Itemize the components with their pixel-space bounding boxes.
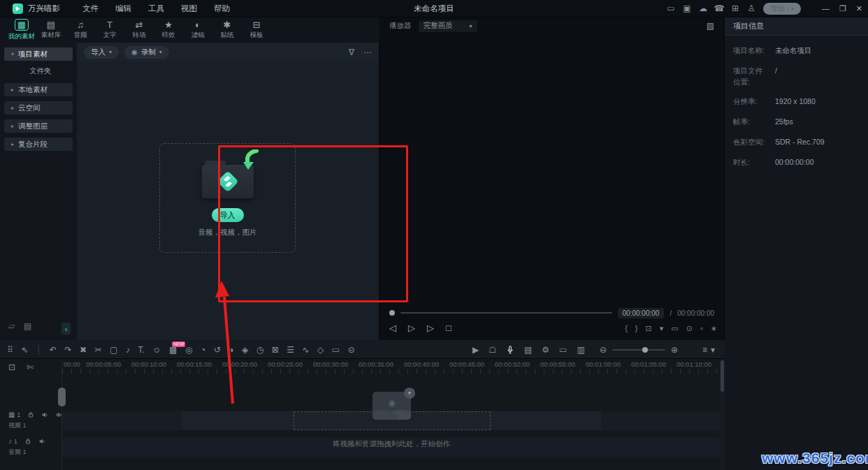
tab-贴纸[interactable]: ✱贴纸 xyxy=(212,17,242,43)
tab-素材库[interactable]: ▤素材库 xyxy=(36,17,66,43)
menubar-item[interactable]: 工具 xyxy=(143,2,170,15)
color-icon[interactable]: ◑ xyxy=(229,346,233,354)
account-icon[interactable]: ♙ xyxy=(746,4,756,13)
filter-icon[interactable]: ∇ xyxy=(349,48,354,57)
tab-音频[interactable]: ♫音频 xyxy=(66,17,95,43)
folder-add-icon[interactable]: ▤ xyxy=(24,322,31,330)
more-icon[interactable]: ⋯ xyxy=(363,48,372,57)
stop-icon[interactable]: □ xyxy=(446,323,451,332)
zoom-in-icon[interactable]: ⊕ xyxy=(671,346,678,354)
close-icon[interactable]: ✕ xyxy=(856,5,862,13)
sidebar-item-本地素材[interactable]: ▸本地素材 xyxy=(4,83,73,96)
tab-文字[interactable]: T文字 xyxy=(95,17,124,43)
select-cursor-icon[interactable]: ⇖ xyxy=(21,346,28,354)
track-resize-handle[interactable] xyxy=(58,388,66,406)
greenscreen-icon[interactable]: ⊝ xyxy=(348,346,355,354)
caret-down[interactable]: ▾ xyxy=(711,346,715,354)
undo-icon[interactable]: ↶ xyxy=(50,346,57,354)
tab-模板[interactable]: ⊟模板 xyxy=(242,17,271,43)
clip-group-icon[interactable]: ▤ xyxy=(524,346,532,354)
sidebar-item-调整图层[interactable]: ▸调整图层 xyxy=(4,119,73,133)
timer-icon[interactable]: ◷ xyxy=(256,346,263,354)
speed-icon[interactable]: ◔ xyxy=(201,346,205,354)
tab-滤镜[interactable]: ◐滤镜 xyxy=(183,17,212,43)
eye-icon[interactable] xyxy=(55,411,62,418)
zoom-slider-thumb[interactable] xyxy=(642,347,648,353)
play-icon[interactable]: ▷ xyxy=(408,323,415,332)
restore-icon[interactable]: ❐ xyxy=(839,5,846,13)
display-icon[interactable]: ▭ xyxy=(666,4,676,13)
import-drop-zone[interactable]: 导入 音频，视频，图片 xyxy=(159,143,296,253)
mark-in-icon[interactable]: { xyxy=(625,325,628,332)
zoom-out-icon[interactable]: ⊖ xyxy=(600,346,607,354)
snip-icon[interactable]: ✄ xyxy=(27,363,34,372)
crop-icon[interactable]: ▢ xyxy=(110,346,117,354)
menubar-item[interactable]: 文件 xyxy=(77,2,104,15)
wheel-icon[interactable]: ⚙ xyxy=(542,346,549,354)
motion-track-icon[interactable]: ◈ xyxy=(242,346,248,354)
apps-grid-icon[interactable]: ⊞ xyxy=(730,4,740,13)
shield-icon[interactable]: ☖ xyxy=(489,346,496,354)
save-icon[interactable]: ▣ xyxy=(682,4,692,13)
text-tool-icon[interactable]: T. xyxy=(138,346,144,354)
loop-icon[interactable]: ↺ xyxy=(214,346,221,354)
tab-特效[interactable]: ★特效 xyxy=(154,17,183,43)
copy-icon[interactable]: ⊡ xyxy=(8,363,15,372)
timeline-scrollbar[interactable] xyxy=(720,359,725,470)
speaker-icon[interactable] xyxy=(41,411,48,418)
audio-track-icon[interactable]: ♪ xyxy=(8,438,12,445)
zoom-slider[interactable] xyxy=(612,349,665,351)
lock-icon[interactable] xyxy=(27,411,34,418)
stabilize-icon[interactable]: ⊠ xyxy=(272,346,279,354)
mic-icon[interactable] xyxy=(506,346,514,354)
menubar-item[interactable]: 帮助 xyxy=(208,2,236,15)
step-back-icon[interactable]: ◁ xyxy=(389,323,396,332)
menubar-item[interactable]: 编辑 xyxy=(110,2,137,15)
collapse-sidebar-button[interactable]: ‹ xyxy=(62,323,71,335)
tab-我的素材[interactable]: ▦我的素材 xyxy=(7,17,36,43)
preview-mode-icon[interactable]: ▨ xyxy=(707,22,714,30)
sidebar-item-复合片段[interactable]: ▸复合片段 xyxy=(4,138,73,151)
adjust-icon[interactable]: ☰ xyxy=(287,346,294,354)
minimize-icon[interactable]: — xyxy=(822,5,830,13)
volume-icon[interactable]: ▫ xyxy=(700,325,703,332)
record-dropdown-button[interactable]: ◉ 录制 ▾ xyxy=(124,46,169,59)
scrubber-track[interactable] xyxy=(400,312,612,314)
marker-icon[interactable]: ▥ xyxy=(577,346,584,354)
caret-down[interactable]: ▾ xyxy=(660,325,664,332)
snapshot-icon[interactable]: ⊙ xyxy=(686,325,693,332)
import-dropdown-button[interactable]: 导入 ▾ xyxy=(84,46,119,59)
import-button[interactable]: 导入 xyxy=(212,208,244,222)
sidebar-item-项目素材[interactable]: ▾项目素材 xyxy=(4,47,73,61)
crop-ratio-icon[interactable]: ▭ xyxy=(332,346,340,354)
menubar-item[interactable]: 视图 xyxy=(175,2,203,15)
delete-icon[interactable]: ✖ xyxy=(80,346,87,354)
ai-new-tool[interactable]: ▩NEW xyxy=(169,346,177,354)
export-button[interactable]: 导出 ▾ xyxy=(763,3,801,15)
curve-icon[interactable]: ∿ xyxy=(303,346,310,354)
step-forward-icon[interactable]: ▷ xyxy=(427,323,434,332)
render-preview-icon[interactable]: ▶ xyxy=(472,346,479,354)
fullscreen-icon[interactable]: ▭ xyxy=(671,325,678,332)
sticker-tool-icon[interactable]: ☺ xyxy=(152,346,161,354)
tools-grid-icon[interactable]: ⠿ xyxy=(7,346,13,354)
audio-detach-icon[interactable]: ♪ xyxy=(126,346,130,354)
track-manager-icon[interactable]: ≡ xyxy=(702,346,707,354)
split-icon[interactable]: ✂ xyxy=(95,346,102,354)
aspect-icon[interactable]: ⊡ xyxy=(646,325,652,332)
sidebar-item-文件夹[interactable]: 文件夹 xyxy=(4,66,73,77)
settings-star-icon[interactable]: ∗ xyxy=(711,325,717,332)
support-icon[interactable]: ☎ xyxy=(714,4,724,13)
speaker-icon[interactable] xyxy=(38,438,45,445)
mark-out-icon[interactable]: } xyxy=(635,325,638,332)
timeline-ruler[interactable]: 00:0000:00:05:0000:00:10:0000:00:15:0000… xyxy=(62,359,720,374)
screen-record-icon[interactable]: ▭ xyxy=(559,346,567,354)
new-folder-icon[interactable]: ▱ xyxy=(8,322,15,330)
video-track-icon[interactable]: ▦ xyxy=(8,411,15,418)
quality-dropdown[interactable]: 完整画质 ▾ xyxy=(419,20,477,32)
redo-icon[interactable]: ↷ xyxy=(64,346,71,354)
sidebar-item-云空间[interactable]: ▸云空间 xyxy=(4,101,73,115)
playhead-handle[interactable] xyxy=(389,310,395,316)
scrollbar-handle[interactable] xyxy=(721,360,724,392)
tab-转场[interactable]: ⇄转场 xyxy=(124,17,154,43)
